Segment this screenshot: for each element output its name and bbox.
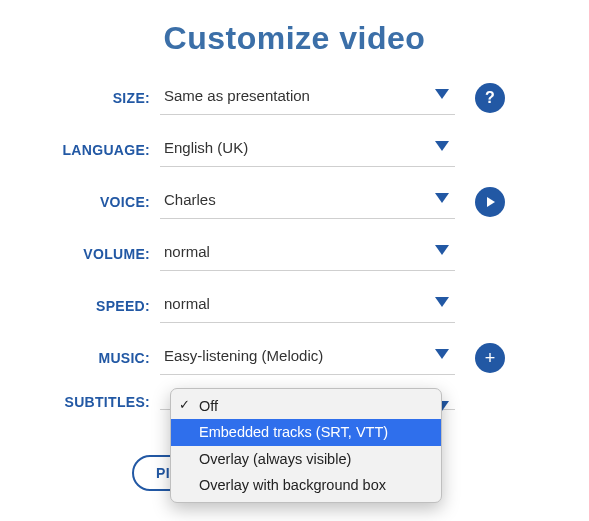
play-icon [487, 197, 495, 207]
subtitles-label: SUBTITLES: [30, 394, 160, 410]
volume-select[interactable]: normal [160, 237, 455, 271]
play-voice-button[interactable] [475, 187, 505, 217]
speed-select[interactable]: normal [160, 289, 455, 323]
language-row: LANGUAGE: English (UK) [30, 133, 559, 167]
plus-icon: + [485, 349, 496, 367]
add-music-button[interactable]: + [475, 343, 505, 373]
music-value: Easy-listening (Melodic) [160, 341, 455, 375]
option-label: Embedded tracks (SRT, VTT) [199, 424, 388, 440]
subtitles-option-overlay-box[interactable]: Overlay with background box [171, 472, 441, 498]
option-label: Overlay (always visible) [199, 451, 351, 467]
speed-label: SPEED: [30, 298, 160, 314]
help-button[interactable]: ? [475, 83, 505, 113]
volume-label: VOLUME: [30, 246, 160, 262]
size-label: SIZE: [30, 90, 160, 106]
subtitles-option-off[interactable]: ✓ Off [171, 393, 441, 419]
volume-row: VOLUME: normal [30, 237, 559, 271]
size-select[interactable]: Same as presentation [160, 81, 455, 115]
language-select[interactable]: English (UK) [160, 133, 455, 167]
language-value: English (UK) [160, 133, 455, 167]
voice-select[interactable]: Charles [160, 185, 455, 219]
option-label: Off [199, 398, 218, 414]
size-row: SIZE: Same as presentation ? [30, 81, 559, 115]
subtitles-dropdown: ✓ Off Embedded tracks (SRT, VTT) Overlay… [170, 388, 442, 503]
music-row: MUSIC: Easy-listening (Melodic) + [30, 341, 559, 375]
subtitles-option-overlay[interactable]: Overlay (always visible) [171, 446, 441, 472]
volume-value: normal [160, 237, 455, 271]
language-label: LANGUAGE: [30, 142, 160, 158]
size-value: Same as presentation [160, 81, 455, 115]
music-select[interactable]: Easy-listening (Melodic) [160, 341, 455, 375]
option-label: Overlay with background box [199, 477, 386, 493]
voice-label: VOICE: [30, 194, 160, 210]
speed-row: SPEED: normal [30, 289, 559, 323]
voice-row: VOICE: Charles [30, 185, 559, 219]
subtitles-option-embedded[interactable]: Embedded tracks (SRT, VTT) [171, 419, 441, 445]
speed-value: normal [160, 289, 455, 323]
voice-value: Charles [160, 185, 455, 219]
check-icon: ✓ [179, 396, 190, 414]
page-title: Customize video [30, 20, 559, 57]
music-label: MUSIC: [30, 350, 160, 366]
